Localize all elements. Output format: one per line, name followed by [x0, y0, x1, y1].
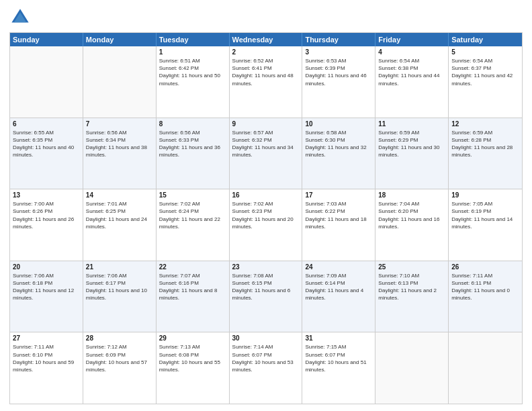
- day-number: 3: [305, 48, 372, 56]
- calendar-row: 13Sunrise: 7:00 AM Sunset: 6:26 PM Dayli…: [10, 189, 522, 261]
- calendar-cell: 31Sunrise: 7:15 AM Sunset: 6:07 PM Dayli…: [302, 332, 375, 404]
- day-number: 26: [451, 263, 519, 271]
- calendar-row: 20Sunrise: 7:06 AM Sunset: 6:18 PM Dayli…: [10, 261, 522, 332]
- calendar-cell: [83, 46, 157, 118]
- day-info: Sunrise: 7:04 AM Sunset: 6:20 PM Dayligh…: [378, 200, 445, 230]
- day-number: 8: [159, 120, 226, 128]
- day-info: Sunrise: 7:02 AM Sunset: 6:23 PM Dayligh…: [232, 200, 300, 230]
- calendar-cell: [10, 46, 83, 118]
- weekday-header: Tuesday: [157, 33, 230, 46]
- day-number: 28: [86, 334, 153, 342]
- day-info: Sunrise: 6:58 AM Sunset: 6:30 PM Dayligh…: [305, 129, 372, 159]
- day-info: Sunrise: 6:52 AM Sunset: 6:41 PM Dayligh…: [232, 57, 300, 87]
- calendar-cell: [449, 332, 522, 404]
- calendar-cell: 2Sunrise: 6:52 AM Sunset: 6:41 PM Daylig…: [230, 46, 303, 118]
- calendar-cell: 15Sunrise: 7:02 AM Sunset: 6:24 PM Dayli…: [157, 189, 230, 261]
- day-number: 17: [305, 191, 372, 199]
- day-number: 6: [13, 120, 80, 128]
- day-info: Sunrise: 7:01 AM Sunset: 6:25 PM Dayligh…: [86, 200, 153, 230]
- calendar-cell: 10Sunrise: 6:58 AM Sunset: 6:30 PM Dayli…: [302, 118, 375, 189]
- day-number: 12: [451, 120, 519, 128]
- day-number: 31: [305, 334, 372, 342]
- weekday-header: Monday: [83, 33, 157, 46]
- calendar-cell: 19Sunrise: 7:05 AM Sunset: 6:19 PM Dayli…: [449, 189, 522, 261]
- calendar-cell: 21Sunrise: 7:06 AM Sunset: 6:17 PM Dayli…: [83, 261, 157, 332]
- calendar-cell: 13Sunrise: 7:00 AM Sunset: 6:26 PM Dayli…: [10, 189, 83, 261]
- day-info: Sunrise: 6:59 AM Sunset: 6:28 PM Dayligh…: [451, 129, 519, 159]
- day-info: Sunrise: 7:13 AM Sunset: 6:08 PM Dayligh…: [159, 343, 226, 373]
- calendar-row: 27Sunrise: 7:11 AM Sunset: 6:10 PM Dayli…: [10, 332, 522, 404]
- calendar-cell: 7Sunrise: 6:56 AM Sunset: 6:34 PM Daylig…: [83, 118, 157, 189]
- day-info: Sunrise: 7:07 AM Sunset: 6:16 PM Dayligh…: [159, 272, 226, 302]
- day-number: 1: [159, 48, 226, 56]
- calendar-cell: 18Sunrise: 7:04 AM Sunset: 6:20 PM Dayli…: [375, 189, 449, 261]
- day-info: Sunrise: 7:11 AM Sunset: 6:10 PM Dayligh…: [13, 343, 80, 373]
- calendar-cell: 12Sunrise: 6:59 AM Sunset: 6:28 PM Dayli…: [449, 118, 522, 189]
- day-info: Sunrise: 7:09 AM Sunset: 6:14 PM Dayligh…: [305, 272, 372, 302]
- logo: [9, 7, 34, 28]
- calendar-cell: 29Sunrise: 7:13 AM Sunset: 6:08 PM Dayli…: [157, 332, 230, 404]
- calendar-cell: 9Sunrise: 6:57 AM Sunset: 6:32 PM Daylig…: [230, 118, 303, 189]
- day-number: 7: [86, 120, 153, 128]
- day-info: Sunrise: 7:14 AM Sunset: 6:07 PM Dayligh…: [232, 343, 300, 373]
- day-number: 5: [451, 48, 519, 56]
- calendar-cell: 24Sunrise: 7:09 AM Sunset: 6:14 PM Dayli…: [302, 261, 375, 332]
- day-info: Sunrise: 6:54 AM Sunset: 6:38 PM Dayligh…: [378, 57, 445, 87]
- day-info: Sunrise: 7:05 AM Sunset: 6:19 PM Dayligh…: [451, 200, 519, 230]
- day-info: Sunrise: 7:11 AM Sunset: 6:11 PM Dayligh…: [451, 272, 519, 302]
- day-number: 21: [86, 263, 153, 271]
- calendar-cell: 5Sunrise: 6:54 AM Sunset: 6:37 PM Daylig…: [449, 46, 522, 118]
- calendar-cell: 22Sunrise: 7:07 AM Sunset: 6:16 PM Dayli…: [157, 261, 230, 332]
- calendar-cell: 8Sunrise: 6:56 AM Sunset: 6:33 PM Daylig…: [157, 118, 230, 189]
- calendar-cell: 6Sunrise: 6:55 AM Sunset: 6:35 PM Daylig…: [10, 118, 83, 189]
- day-info: Sunrise: 7:10 AM Sunset: 6:13 PM Dayligh…: [378, 272, 445, 302]
- day-info: Sunrise: 6:59 AM Sunset: 6:29 PM Dayligh…: [378, 129, 445, 159]
- weekday-header: Saturday: [449, 33, 522, 46]
- calendar-cell: 4Sunrise: 6:54 AM Sunset: 6:38 PM Daylig…: [375, 46, 449, 118]
- day-info: Sunrise: 6:56 AM Sunset: 6:33 PM Dayligh…: [159, 129, 226, 159]
- day-info: Sunrise: 7:06 AM Sunset: 6:18 PM Dayligh…: [13, 272, 80, 302]
- calendar-body: 1Sunrise: 6:51 AM Sunset: 6:42 PM Daylig…: [10, 46, 522, 404]
- day-info: Sunrise: 6:56 AM Sunset: 6:34 PM Dayligh…: [86, 129, 153, 159]
- weekday-header: Wednesday: [230, 33, 303, 46]
- day-number: 14: [86, 191, 153, 199]
- day-info: Sunrise: 7:00 AM Sunset: 6:26 PM Dayligh…: [13, 200, 80, 230]
- day-number: 11: [378, 120, 445, 128]
- day-info: Sunrise: 7:15 AM Sunset: 6:07 PM Dayligh…: [305, 343, 372, 373]
- day-number: 24: [305, 263, 372, 271]
- day-info: Sunrise: 6:54 AM Sunset: 6:37 PM Dayligh…: [451, 57, 519, 87]
- calendar-cell: 14Sunrise: 7:01 AM Sunset: 6:25 PM Dayli…: [83, 189, 157, 261]
- day-number: 15: [159, 191, 226, 199]
- calendar-cell: 23Sunrise: 7:08 AM Sunset: 6:15 PM Dayli…: [230, 261, 303, 332]
- day-number: 13: [13, 191, 80, 199]
- calendar-cell: 20Sunrise: 7:06 AM Sunset: 6:18 PM Dayli…: [10, 261, 83, 332]
- day-info: Sunrise: 6:57 AM Sunset: 6:32 PM Dayligh…: [232, 129, 300, 159]
- day-number: 29: [159, 334, 226, 342]
- day-number: 10: [305, 120, 372, 128]
- day-number: 4: [378, 48, 445, 56]
- page: SundayMondayTuesdayWednesdayThursdayFrid…: [0, 0, 532, 411]
- day-info: Sunrise: 7:02 AM Sunset: 6:24 PM Dayligh…: [159, 200, 226, 230]
- day-number: 27: [13, 334, 80, 342]
- day-info: Sunrise: 7:06 AM Sunset: 6:17 PM Dayligh…: [86, 272, 153, 302]
- calendar-cell: 27Sunrise: 7:11 AM Sunset: 6:10 PM Dayli…: [10, 332, 83, 404]
- calendar-cell: 16Sunrise: 7:02 AM Sunset: 6:23 PM Dayli…: [230, 189, 303, 261]
- calendar-cell: 30Sunrise: 7:14 AM Sunset: 6:07 PM Dayli…: [230, 332, 303, 404]
- day-number: 22: [159, 263, 226, 271]
- day-number: 30: [232, 334, 300, 342]
- day-number: 23: [232, 263, 300, 271]
- header: [9, 7, 523, 28]
- calendar-cell: 25Sunrise: 7:10 AM Sunset: 6:13 PM Dayli…: [375, 261, 449, 332]
- day-info: Sunrise: 7:12 AM Sunset: 6:09 PM Dayligh…: [86, 343, 153, 373]
- day-number: 18: [378, 191, 445, 199]
- calendar-cell: 11Sunrise: 6:59 AM Sunset: 6:29 PM Dayli…: [375, 118, 449, 189]
- calendar-cell: [375, 332, 449, 404]
- day-number: 9: [232, 120, 300, 128]
- day-number: 2: [232, 48, 300, 56]
- day-info: Sunrise: 6:51 AM Sunset: 6:42 PM Dayligh…: [159, 57, 226, 87]
- day-info: Sunrise: 7:03 AM Sunset: 6:22 PM Dayligh…: [305, 200, 372, 230]
- weekday-header: Friday: [375, 33, 449, 46]
- weekday-header: Sunday: [10, 33, 83, 46]
- day-number: 25: [378, 263, 445, 271]
- calendar-row: 1Sunrise: 6:51 AM Sunset: 6:42 PM Daylig…: [10, 46, 522, 118]
